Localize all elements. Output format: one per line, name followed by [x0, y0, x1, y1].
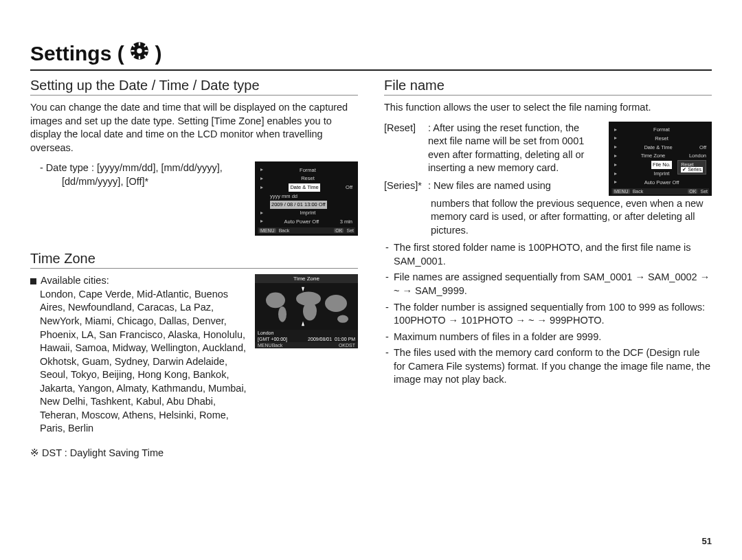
footer-back: Back	[279, 228, 290, 233]
tz-info-row: London	[255, 330, 358, 336]
menu-item: Format	[653, 126, 670, 134]
tz-info-row2: [GMT +00:00] 2009/08/01 01:00 PM	[255, 336, 358, 342]
file-note: File names are assigned sequentially fro…	[384, 271, 712, 298]
menu-value: Off	[699, 144, 706, 152]
svg-point-12	[278, 306, 286, 322]
menu-badge: MENU	[613, 189, 630, 194]
menu-item-selected: File No.	[651, 161, 672, 169]
tz-city: London	[258, 331, 273, 335]
section-title-filename: File name	[384, 78, 712, 93]
svg-point-16	[337, 315, 348, 323]
square-bullet-icon	[30, 278, 36, 284]
svg-point-1	[137, 48, 142, 53]
menu-item: Reset	[655, 135, 668, 143]
file-submenu: Reset ✔ Series	[677, 160, 706, 175]
tz-row: Available cities: London, Cape Verde, Mi…	[30, 274, 358, 436]
submenu-series-label: Series	[688, 167, 701, 172]
filename-terms: [Reset] : After using the reset function…	[384, 122, 600, 193]
menu-item: Format	[300, 166, 316, 175]
tz-time: 01:00 PM	[335, 337, 355, 341]
menu-badge: MENU	[258, 343, 272, 348]
reset-term: [Reset]	[384, 122, 424, 135]
menu-item: Time Zone	[641, 152, 666, 160]
svg-point-11	[266, 293, 285, 309]
filename-row: [Reset] : After using the reset function…	[384, 122, 712, 196]
svg-rect-4	[131, 50, 135, 52]
section-title-tz: Time Zone	[30, 251, 358, 267]
date-intro: You can change the date and time that wi…	[30, 101, 358, 155]
ok-badge: OK	[334, 228, 344, 233]
footer-set: Set	[346, 228, 354, 233]
footer-back: Back	[633, 189, 644, 194]
svg-point-15	[325, 295, 347, 312]
footer-dst: DST	[346, 343, 355, 348]
date-type-text: - Date type : [yyyy/mm/dd], [mm/dd/yyyy]…	[30, 161, 247, 188]
svg-rect-2	[139, 43, 140, 46]
lcd-menu: ▸Format ▸Reset ▸Date & TimeOff ▸Time Zon…	[614, 126, 706, 188]
lcd-footer: MENUBack OKDST	[255, 342, 358, 348]
submenu-series-selected: ✔ Series	[681, 167, 703, 172]
menu-value: Off	[346, 183, 352, 192]
menu-item: Auto Power Off	[284, 218, 319, 226]
menu-item: Reset	[301, 175, 315, 183]
date-type-row: - Date type : [yyyy/mm/dd], [mm/dd/yyyy]…	[30, 161, 358, 236]
series-body-a: : New files are named using	[428, 180, 551, 191]
file-notes-list: The first stored folder name is 100PHOTO…	[384, 241, 712, 387]
section-rule	[30, 95, 358, 96]
page-title-row: Settings ( )	[30, 41, 712, 65]
paren-close: )	[155, 42, 161, 65]
svg-rect-5	[145, 50, 148, 52]
series-term: [Series]*	[384, 179, 424, 193]
manual-page: Settings ( ) Setting up the Date / Time …	[0, 0, 742, 560]
menu-item: Date & Time	[644, 144, 672, 152]
gear-icon	[130, 41, 149, 60]
title-rule	[30, 69, 712, 71]
ok-badge: OK	[339, 343, 346, 348]
svg-rect-3	[139, 56, 140, 60]
lcd-screenshot-date: ▸Format ▸Reset ▸Date & TimeOff yyyy mm d…	[255, 161, 358, 236]
reset-body: : After using the reset function, the ne…	[428, 122, 600, 175]
arrow-right-icon: ▸	[260, 166, 263, 175]
series-body: : New files are named using	[428, 179, 600, 193]
svg-point-14	[303, 302, 317, 320]
filename-intro: This function allows the user to select …	[384, 101, 712, 115]
tz-date: 2009/08/01	[308, 337, 332, 341]
tz-text: Available cities: London, Cape Verde, Mi…	[30, 274, 247, 436]
tz-gmt: [GMT +00:00]	[258, 337, 287, 341]
section-rule	[30, 268, 358, 269]
footer-set: Set	[700, 189, 708, 194]
lcd-screenshot-file: ▸Format ▸Reset ▸Date & TimeOff ▸Time Zon…	[609, 122, 712, 196]
date-input-value: 2009 / 08 / 01 13:00 Off	[270, 201, 327, 209]
arrow-right-icon: ▸	[614, 126, 617, 135]
series-term-row: [Series]* : New files are named using	[384, 179, 600, 193]
left-column: Setting up the Date / Time / Date type Y…	[30, 78, 358, 460]
paren-open: (	[117, 42, 124, 65]
date-type-line1: - Date type : [yyyy/mm/dd], [mm/dd/yyyy]…	[30, 161, 247, 175]
date-input-label: yyyy mm dd	[270, 192, 297, 201]
section-title-date: Setting up the Date / Time / Date type	[30, 78, 358, 93]
menu-item: Imprint	[300, 209, 316, 217]
page-title: Settings ( )	[30, 41, 161, 65]
lcd-footer: MENUBack OKSet	[258, 227, 355, 234]
two-columns: Setting up the Date / Time / Date type Y…	[30, 78, 712, 460]
lcd-footer: MENUBack OKSet	[611, 188, 709, 194]
cities-list: London, Cape Verde, Mid-Atlantic, Buenos…	[30, 288, 247, 436]
submenu-reset: Reset	[681, 162, 703, 167]
menu-item: Auto Power Off	[644, 179, 679, 187]
reset-term-row: [Reset] : After using the reset function…	[384, 122, 600, 175]
menu-value: London	[689, 152, 706, 160]
lcd-screenshot-timezone: Time Zone	[255, 274, 358, 348]
dst-footnote: ※ DST : Daylight Saving Time	[30, 447, 358, 460]
title-text: Settings	[30, 42, 111, 65]
file-note: Maximum numbers of files in a folder are…	[384, 331, 712, 344]
lcd-menu: ▸Format ▸Reset ▸Date & TimeOff yyyy mm d…	[260, 166, 352, 226]
date-type-line2: [dd/mm/yyyy], [Off]*	[30, 175, 247, 189]
menu-item: Imprint	[654, 170, 670, 178]
cities-label: Available cities:	[41, 275, 109, 286]
tz-header: Time Zone	[255, 274, 358, 283]
ok-badge: OK	[688, 189, 697, 194]
menu-badge: MENU	[259, 228, 276, 233]
world-map-icon	[255, 283, 358, 330]
menu-item-selected: Date & Time	[289, 183, 319, 192]
file-note: The files used with the memory card conf…	[384, 346, 712, 387]
